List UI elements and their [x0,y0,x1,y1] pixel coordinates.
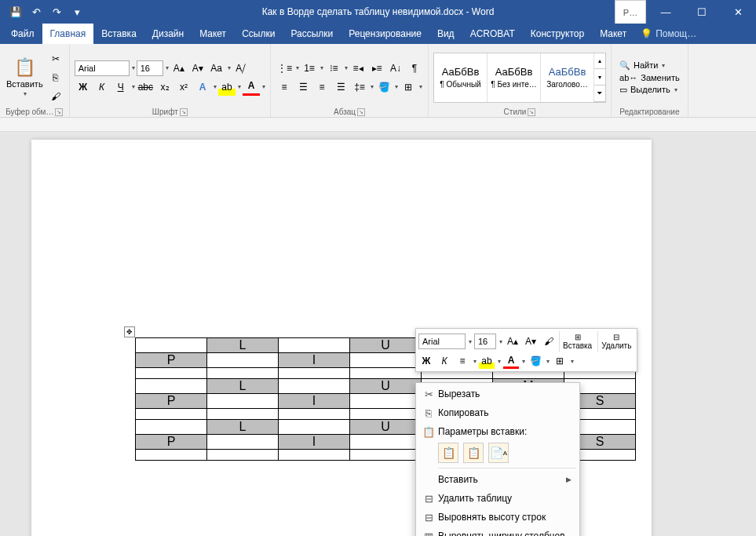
table-cell[interactable] [279,450,350,461]
ruler[interactable] [0,118,756,132]
dropdown-icon[interactable]: ▾ [166,64,169,71]
shrink-font-button[interactable]: A▾ [189,60,206,77]
grow-font-button[interactable]: A▴ [170,60,188,77]
mini-font-size[interactable] [474,334,496,349]
find-button[interactable]: 🔍 Найти ▾ [616,60,683,71]
table-cell[interactable]: L [207,420,279,435]
table-cell[interactable] [279,409,350,420]
text-effects-button[interactable]: A [194,78,211,96]
bullets-button[interactable]: ⋮≡ [276,60,294,77]
line-spacing-button[interactable]: ‡≡ [351,78,368,96]
undo-button[interactable]: ↶ [28,4,44,20]
ctx-delete-table[interactable]: ⊟Удалить таблицу [416,489,579,508]
qat-customize[interactable]: ▾ [69,4,85,20]
table-cell[interactable] [136,450,207,461]
align-right-button[interactable]: ≡ [313,78,331,96]
replace-button[interactable]: ab↔ Заменить [616,72,683,83]
table-cell[interactable]: L [207,338,279,353]
align-center-button[interactable]: ☰ [294,78,312,96]
table-cell[interactable]: U [350,338,422,353]
table-cell[interactable]: P [136,353,207,368]
table-cell[interactable] [207,394,279,409]
mini-grow-font[interactable]: A▴ [505,334,520,349]
table-cell[interactable] [136,379,207,394]
tab-acrobat[interactable]: ACROBAT [462,24,523,44]
tab-home[interactable]: Главная [42,24,94,44]
paste-text-only[interactable]: 📄A [488,443,509,463]
style-no-spacing[interactable]: АаБбВв¶ Без инте… [488,53,541,102]
font-name-combo[interactable] [75,60,130,76]
mini-font-color[interactable]: A [503,353,519,369]
mini-delete-button[interactable]: ⊟Удалить [597,331,634,352]
document-area[interactable]: ✥ LUMPICSLUMPICSLUMPICS ▾ ▾ A▴ A▾ 🖌 ⊞Вст… [0,132,756,536]
underline-button[interactable]: Ч [112,78,130,96]
tab-mailings[interactable]: Рассылки [283,24,341,44]
table-cell[interactable] [207,450,279,461]
align-left-button[interactable]: ≡ [276,78,293,96]
multilevel-list-button[interactable]: ⁝≡ [325,60,342,77]
table-cell[interactable] [350,409,422,420]
clear-formatting-button[interactable]: A⧸ [232,60,250,77]
dialog-launcher-icon[interactable]: ↘ [55,108,63,116]
tab-layout[interactable]: Макет [192,24,234,44]
table-cell[interactable] [350,450,422,461]
tab-design[interactable]: Дизайн [144,24,192,44]
mini-font-name[interactable] [418,334,466,349]
minimize-button[interactable]: — [648,0,684,24]
highlight-button[interactable]: ab [218,78,236,96]
table-cell[interactable]: U [350,420,422,435]
ctx-distribute-rows[interactable]: ⊟Выровнять высоту строк [416,508,579,527]
tell-me-search[interactable]: 💡 Помощ… [641,24,696,44]
table-cell[interactable]: L [207,379,279,394]
table-cell[interactable] [279,420,350,435]
save-button[interactable]: 💾 [8,4,24,20]
sort-button[interactable]: A↓ [387,60,404,77]
mini-borders[interactable]: ⊞ [552,353,568,369]
font-color-button[interactable]: A [243,78,260,96]
table-cell[interactable] [136,409,207,420]
style-heading1[interactable]: АаБбВвЗаголово… [541,53,594,102]
table-cell[interactable]: I [279,353,350,368]
tab-table-design[interactable]: Конструктор [523,24,592,44]
table-cell[interactable] [350,394,422,409]
mini-shading[interactable]: 🪣 [528,353,543,369]
dialog-launcher-icon[interactable]: ↘ [357,108,365,116]
copy-button[interactable]: ⎘ [47,69,64,86]
tab-file[interactable]: Файл [3,24,42,44]
table-cell[interactable] [350,435,422,450]
maximize-button[interactable]: ☐ [684,0,720,24]
mini-italic[interactable]: К [436,353,452,369]
table-cell[interactable] [279,368,350,379]
mini-format-painter[interactable]: 🖌 [541,334,557,349]
table-cell[interactable] [350,368,422,379]
justify-button[interactable]: ☰ [332,78,349,96]
decrease-indent-button[interactable]: ≡◂ [349,60,367,77]
table-cell[interactable]: I [279,394,350,409]
tab-references[interactable]: Ссылки [234,24,283,44]
styles-scroll[interactable]: ▴▾⏷ [594,53,605,102]
table-cell[interactable] [136,338,207,353]
superscript-button[interactable]: x² [175,78,192,96]
mini-shrink-font[interactable]: A▾ [523,334,539,349]
table-cell[interactable]: I [279,435,350,450]
ctx-insert[interactable]: Вставить▶ [416,470,579,489]
mini-highlight[interactable]: ab [479,353,495,369]
table-move-handle[interactable]: ✥ [124,326,135,337]
style-normal[interactable]: АаБбВв¶ Обычный [434,53,488,102]
table-cell[interactable] [207,368,279,379]
table-cell[interactable]: U [350,379,422,394]
subscript-button[interactable]: x₂ [156,78,173,96]
change-case-button[interactable]: Aa [208,60,225,77]
italic-button[interactable]: К [93,78,111,96]
font-size-combo[interactable] [137,60,163,76]
table-cell[interactable] [136,368,207,379]
numbering-button[interactable]: 1≡ [301,60,318,77]
table-cell[interactable] [207,409,279,420]
redo-button[interactable]: ↷ [49,4,64,20]
select-button[interactable]: ▭ Выделить ▾ [616,84,683,96]
tab-insert[interactable]: Вставка [93,24,144,44]
table-cell[interactable]: P [136,435,207,450]
table-cell[interactable] [279,338,350,353]
show-marks-button[interactable]: ¶ [406,60,423,77]
styles-gallery[interactable]: АаБбВв¶ Обычный АаБбВв¶ Без инте… АаБбВв… [433,53,606,103]
